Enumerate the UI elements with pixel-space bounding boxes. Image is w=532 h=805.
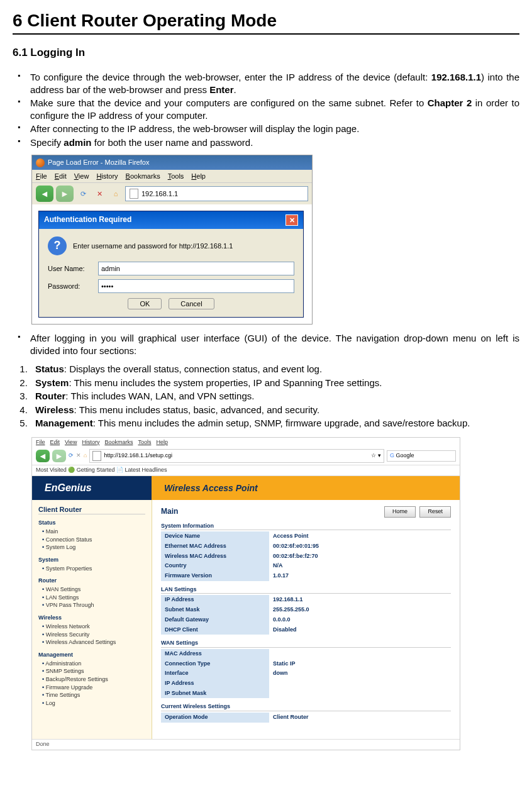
sidebar-item[interactable]: System Properties <box>42 565 145 573</box>
sidebar-item[interactable]: SNMP Settings <box>42 668 145 675</box>
stop-icon[interactable]: ✕ <box>92 187 106 201</box>
row-value: 255.255.255.0 <box>269 605 451 615</box>
table-row: MAC Address <box>161 649 451 659</box>
row-value: 00:02:6f:be:f2:70 <box>269 552 451 562</box>
sidebar-item[interactable]: System Log <box>42 544 145 552</box>
password-input[interactable] <box>98 279 294 293</box>
reset-button[interactable]: Reset <box>419 506 451 518</box>
home-icon[interactable]: ⌂ <box>84 452 87 460</box>
sidebar-item[interactable]: Wireless Network <box>42 623 145 631</box>
instruction-list-1: To configure the device through the web-… <box>13 71 519 148</box>
menu-item[interactable]: Tools <box>138 439 151 445</box>
menu-item[interactable]: View <box>65 439 77 445</box>
forward-button[interactable]: ► <box>52 450 66 462</box>
back-button[interactable]: ◄ <box>36 450 50 462</box>
reload-icon[interactable]: ⟳ <box>76 187 90 201</box>
info-table: Device NameAccess PointEthernet MAC Addr… <box>161 531 451 580</box>
numbered-item: Router: This includes WAN, LAN, and VPN … <box>30 390 519 402</box>
row-label: Device Name <box>161 531 269 541</box>
username-input[interactable] <box>98 262 294 275</box>
menu-item[interactable]: Help <box>156 439 168 445</box>
table-row: Subnet Mask255.255.255.0 <box>161 605 451 615</box>
row-label: IP Address <box>161 595 269 605</box>
bullet-item: To configure the device through the web-… <box>30 71 519 96</box>
row-label: Connection Type <box>161 659 269 669</box>
reload-icon[interactable]: ⟳ <box>69 452 74 460</box>
close-icon[interactable]: ✕ <box>285 214 298 226</box>
table-row: IP Subnet Mask <box>161 689 451 699</box>
forward-button[interactable]: ► <box>56 186 74 202</box>
row-value: 192.168.1.1 <box>269 595 451 605</box>
table-row: Operation ModeClient Router <box>161 713 451 723</box>
auth-message: Enter username and password for http://1… <box>73 242 233 250</box>
menu-item[interactable]: History <box>96 172 118 180</box>
url-text: http://192.168.1.1/setup.cgi <box>104 452 172 460</box>
url-text: 192.168.1.1 <box>141 189 178 198</box>
sidebar-item[interactable]: Wireless Security <box>42 631 145 639</box>
back-button[interactable]: ◄ <box>36 186 53 202</box>
page-icon <box>92 451 101 461</box>
menu-item[interactable]: Bookmarks <box>104 439 133 445</box>
sidebar-item[interactable]: Log <box>42 700 145 708</box>
sidebar-item[interactable]: Wireless Advanced Settings <box>42 639 145 647</box>
sidebar-item[interactable]: WAN Settings <box>42 586 145 594</box>
question-icon: ? <box>48 236 67 255</box>
table-row: CountryN/A <box>161 561 451 571</box>
row-value: N/A <box>269 561 451 571</box>
row-value: Disabled <box>269 625 451 635</box>
sidebar-item[interactable]: Time Settings <box>42 692 145 699</box>
sidebar-item[interactable]: LAN Settings <box>42 594 145 602</box>
row-value: down <box>269 669 451 679</box>
engenius-logo: EnGenius <box>32 476 152 500</box>
section-header: WAN Settings <box>161 640 451 648</box>
status-bar: Done <box>32 739 460 750</box>
password-label: Password: <box>48 282 98 291</box>
sidebar-item[interactable]: Backup/Restore Settings <box>42 676 145 684</box>
sidebar-item[interactable]: Administration <box>42 660 145 668</box>
row-label: Operation Mode <box>161 713 269 723</box>
table-row: Default Gateway0.0.0.0 <box>161 615 451 625</box>
row-value: Client Router <box>269 713 451 723</box>
ff-menubar: FileEditViewHistoryBookmarksToolsHelp <box>32 170 312 183</box>
sidebar-group: Status <box>38 519 145 527</box>
numbered-list: Status: Displays the overall status, con… <box>13 363 519 430</box>
search-box[interactable]: G Google <box>387 450 456 462</box>
info-table: MAC AddressConnection TypeStatic IPInter… <box>161 649 451 698</box>
search-placeholder: Google <box>396 452 414 458</box>
menu-item[interactable]: Bookmarks <box>126 172 160 180</box>
row-value <box>269 649 451 659</box>
row-value: Access Point <box>269 531 451 541</box>
cancel-button[interactable]: Cancel <box>169 298 214 309</box>
row-label: IP Address <box>161 679 269 689</box>
row-value: Static IP <box>269 659 451 669</box>
sidebar-item[interactable]: Main <box>42 528 145 536</box>
menu-item[interactable]: Edit <box>50 439 60 445</box>
sidebar-item[interactable]: VPN Pass Through <box>42 602 145 609</box>
sidebar-item[interactable]: Firmware Upgrade <box>42 684 145 692</box>
url-bar[interactable]: 192.168.1.1 <box>125 186 308 201</box>
row-value <box>269 679 451 689</box>
row-label: Wireless MAC Address <box>161 552 269 562</box>
menu-item[interactable]: File <box>36 439 45 445</box>
menu-item[interactable]: History <box>82 439 99 445</box>
menu-item[interactable]: Edit <box>55 172 67 180</box>
numbered-item: Management: This menu includes the admin… <box>30 417 519 430</box>
bullet-item: After connecting to the IP address, the … <box>30 123 519 135</box>
row-label: Interface <box>161 669 269 679</box>
home-button[interactable]: Home <box>384 506 416 518</box>
menu-item[interactable]: Tools <box>168 172 184 180</box>
stop-icon[interactable]: ✕ <box>76 452 81 460</box>
eng-toolbar: ◄ ► ⟳ ✕ ⌂ http://192.168.1.1/setup.cgi ☆… <box>32 447 460 465</box>
menu-item[interactable]: Help <box>191 172 206 180</box>
table-row: Ethernet MAC Address00:02:6f:e0:01:95 <box>161 541 451 552</box>
home-icon[interactable]: ⌂ <box>109 187 123 201</box>
menu-item[interactable]: View <box>74 172 89 180</box>
ok-button[interactable]: OK <box>128 298 162 309</box>
sidebar-group: Wireless <box>38 614 145 622</box>
menu-item[interactable]: File <box>36 172 47 180</box>
url-bar[interactable]: http://192.168.1.1/setup.cgi ☆ ▾ <box>89 449 384 463</box>
main-content: Main Home Reset System InformationDevice… <box>152 500 460 739</box>
table-row: Firmware Version1.0.17 <box>161 571 451 581</box>
auth-title-text: Authentication Required <box>44 215 131 225</box>
sidebar-item[interactable]: Connection Status <box>42 536 145 544</box>
